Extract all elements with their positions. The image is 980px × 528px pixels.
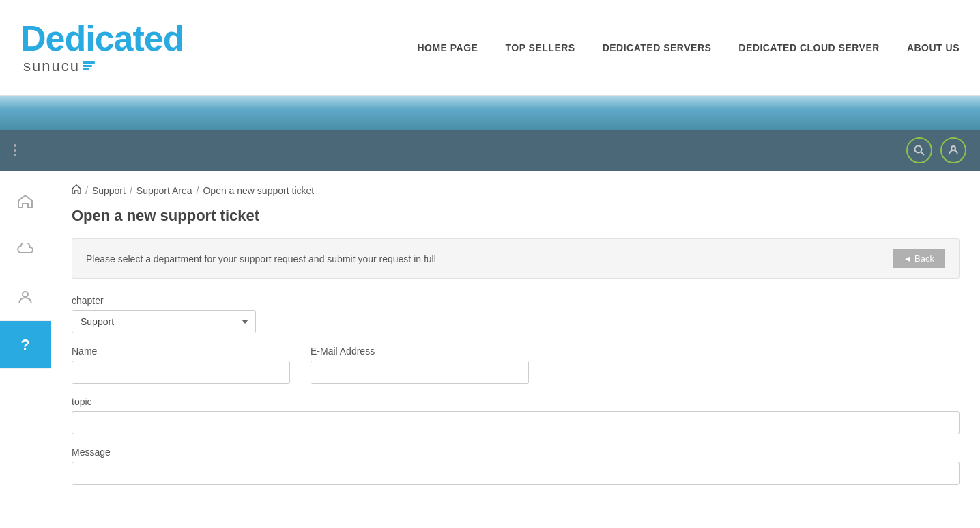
- page-title: Open a new support ticket: [72, 207, 960, 225]
- sidebar-item-cloud[interactable]: [0, 225, 51, 273]
- bar-1: [83, 61, 95, 64]
- message-section: Message: [72, 447, 960, 485]
- nav-home-page[interactable]: HOME PAGE: [417, 42, 478, 53]
- breadcrumb-sep-1: /: [85, 185, 88, 196]
- svg-line-1: [921, 152, 925, 156]
- info-text: Please select a department for your supp…: [86, 253, 436, 264]
- logo-sunucu-text: sunucu: [23, 57, 80, 75]
- breadcrumb-current: Open a new support ticket: [203, 185, 314, 196]
- dark-toolbar: [0, 130, 980, 171]
- name-col: Name: [72, 346, 290, 384]
- content-area: / Support / Support Area / Open a new su…: [51, 171, 980, 528]
- search-toolbar-button[interactable]: [906, 137, 932, 163]
- topic-input[interactable]: [72, 411, 960, 434]
- nav-top-sellers[interactable]: TOP SELLERS: [505, 42, 575, 53]
- logo-sunucu-area: sunucu: [20, 57, 184, 75]
- email-label: E-Mail Address: [311, 346, 529, 357]
- breadcrumb-support-link[interactable]: Support: [92, 185, 126, 196]
- cloud-icon: [17, 243, 33, 255]
- name-label: Name: [72, 346, 290, 357]
- dot-3: [14, 154, 16, 156]
- chapter-select[interactable]: Support Sales Billing Technical: [72, 310, 256, 333]
- svg-point-0: [915, 146, 922, 153]
- breadcrumb-support-area-link[interactable]: Support Area: [136, 185, 192, 196]
- sidebar-item-home[interactable]: [0, 178, 51, 225]
- breadcrumb-sep-2: /: [130, 185, 132, 196]
- sidebar-item-user[interactable]: [0, 273, 51, 321]
- chapter-label: chapter: [72, 295, 960, 306]
- question-icon: ?: [20, 336, 29, 354]
- topic-section: topic: [72, 396, 960, 434]
- toolbar-action-icons: [906, 137, 966, 163]
- name-email-row: Name E-Mail Address: [72, 346, 960, 384]
- nav-dedicated-servers[interactable]: DEDICATED SERVERS: [603, 42, 712, 53]
- svg-point-3: [23, 292, 28, 297]
- logo-dedicated-text[interactable]: Dedicated: [20, 20, 184, 56]
- back-button[interactable]: ◄ Back: [893, 249, 945, 268]
- email-col: E-Mail Address: [311, 346, 529, 384]
- breadcrumb: / Support / Support Area / Open a new su…: [72, 184, 960, 196]
- sidebar: ?: [0, 171, 51, 528]
- breadcrumb-home-icon[interactable]: [72, 184, 81, 196]
- main-layout: ? / Support / Support Area / Open a new …: [0, 171, 980, 528]
- user-sidebar-icon: [18, 290, 33, 304]
- email-input[interactable]: [311, 361, 529, 384]
- message-label: Message: [72, 447, 960, 458]
- gradient-banner: [0, 96, 980, 130]
- home-icon: [18, 195, 33, 208]
- info-box: Please select a department for your supp…: [72, 238, 960, 279]
- bar-3: [83, 68, 89, 70]
- dot-2: [14, 149, 16, 152]
- top-navigation: Dedicated sunucu HOME PAGE TOP SELLERS D…: [0, 0, 980, 96]
- nav-dedicated-cloud[interactable]: DEDICATED CLOUD SERVER: [738, 42, 880, 53]
- user-toolbar-button[interactable]: [940, 137, 966, 163]
- sidebar-item-support[interactable]: ?: [0, 321, 51, 369]
- logo-bars-icon: [83, 61, 95, 70]
- nav-links: HOME PAGE TOP SELLERS DEDICATED SERVERS …: [417, 42, 960, 53]
- breadcrumb-sep-3: /: [197, 185, 199, 196]
- bar-2: [83, 65, 92, 67]
- topic-label: topic: [72, 396, 960, 407]
- nav-about-us[interactable]: ABOUT US: [907, 42, 960, 53]
- search-icon: [914, 145, 925, 156]
- logo: Dedicated sunucu: [20, 20, 184, 75]
- name-input[interactable]: [72, 361, 290, 384]
- support-form: chapter Support Sales Billing Technical …: [72, 295, 960, 485]
- message-input[interactable]: [72, 462, 960, 485]
- chapter-section: chapter Support Sales Billing Technical: [72, 295, 960, 333]
- menu-dots-icon[interactable]: [14, 144, 16, 156]
- dot-1: [14, 144, 16, 147]
- user-icon: [948, 145, 959, 156]
